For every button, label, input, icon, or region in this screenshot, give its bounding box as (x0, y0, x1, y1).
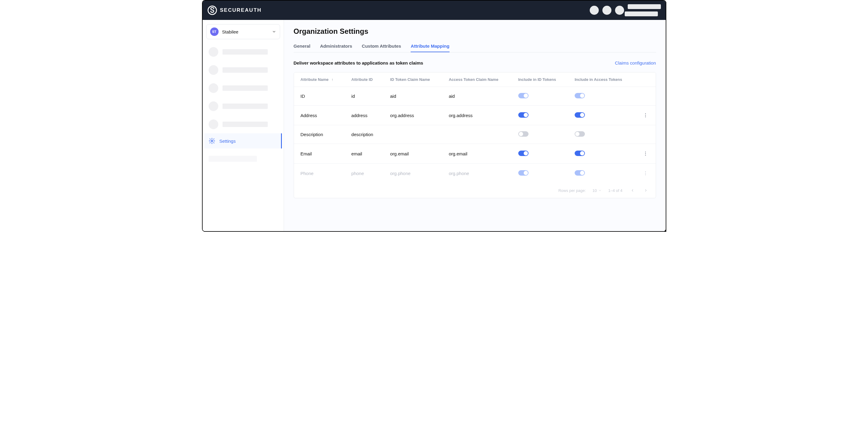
col-access-token-claim[interactable]: Access Token Claim Name (442, 73, 512, 87)
svg-point-3 (645, 115, 646, 116)
col-attribute-id[interactable]: Attribute ID (345, 73, 383, 87)
chevron-down-icon (598, 189, 602, 192)
placeholder-icon (209, 47, 218, 57)
kebab-icon (643, 151, 648, 156)
cell-actions (635, 87, 656, 106)
sidebar-item-placeholder-2[interactable] (205, 61, 282, 79)
cell-id-token-claim: org.phone (383, 164, 442, 183)
cell-actions (635, 106, 656, 125)
cell-include-id (512, 144, 568, 164)
topbar-placeholder-circle-1 (590, 6, 599, 15)
toggle-switch[interactable] (575, 131, 585, 137)
section-title: Deliver workspace attributes to applicat… (293, 60, 423, 65)
row-actions-button[interactable] (642, 170, 649, 177)
sidebar-item-placeholder-5[interactable] (205, 115, 282, 133)
toggle-switch[interactable] (575, 112, 585, 118)
cell-attribute-id: phone (345, 164, 383, 183)
attribute-mapping-table-card: Attribute Name ↑ Attribute ID ID Token C… (293, 72, 656, 198)
prev-page-button[interactable] (629, 187, 636, 194)
tabs: General Administrators Custom Attributes… (293, 40, 656, 53)
table-row[interactable]: Descriptiondescription (294, 125, 656, 144)
table-row[interactable]: Emailemailorg.emailorg.email (294, 144, 656, 164)
svg-point-1 (211, 140, 213, 142)
cell-access-token-claim: org.address (442, 106, 512, 125)
cell-id-token-claim (383, 125, 442, 144)
brand: SECUREAUTH (208, 5, 262, 15)
cell-actions (635, 125, 656, 144)
col-attribute-name[interactable]: Attribute Name ↑ (294, 73, 345, 87)
col-id-token-claim[interactable]: ID Token Claim Name (383, 73, 442, 87)
claims-configuration-link[interactable]: Claims configuration (615, 60, 656, 65)
col-include-id[interactable]: Include in ID Tokens (512, 73, 568, 87)
cell-actions (635, 144, 656, 164)
row-actions-button[interactable] (642, 112, 649, 119)
placeholder-label (222, 104, 268, 109)
rows-per-page-select[interactable]: 10 (592, 188, 601, 193)
table-row[interactable]: IDidaidaid (294, 87, 656, 106)
topbar-placeholder-bars (628, 4, 661, 16)
toggle-switch[interactable] (518, 93, 529, 98)
sidebar-item-placeholder-3[interactable] (205, 79, 282, 97)
placeholder-icon (209, 65, 218, 75)
page-title: Organization Settings (293, 27, 656, 36)
cell-include-id (512, 164, 568, 183)
toggle-switch[interactable] (575, 170, 585, 176)
cell-include-access (568, 164, 635, 183)
cell-access-token-claim (442, 125, 512, 144)
toggle-switch[interactable] (518, 170, 529, 176)
kebab-icon (643, 113, 648, 118)
cell-include-id (512, 106, 568, 125)
tab-custom-attributes[interactable]: Custom Attributes (362, 40, 401, 52)
sidebar-item-placeholder-4[interactable] (205, 97, 282, 115)
svg-point-2 (645, 113, 646, 114)
next-page-button[interactable] (643, 187, 649, 194)
kebab-icon (643, 171, 648, 176)
placeholder-label (222, 67, 268, 73)
svg-point-10 (645, 174, 646, 175)
sidebar-item-placeholder-1[interactable] (205, 43, 282, 61)
cell-attribute-name: Description (294, 125, 345, 144)
brand-name: SECUREAUTH (220, 7, 262, 13)
topbar-placeholder-circle-3 (615, 6, 624, 15)
toggle-switch[interactable] (575, 150, 585, 156)
placeholder-label (222, 49, 268, 55)
row-actions-button[interactable] (642, 150, 649, 157)
toggle-switch[interactable] (575, 93, 585, 98)
cell-access-token-claim: aid (442, 87, 512, 106)
cell-id-token-claim: org.address (383, 106, 442, 125)
svg-point-8 (645, 171, 646, 172)
toggle-switch[interactable] (518, 131, 529, 137)
toggle-switch[interactable] (518, 112, 529, 118)
col-actions (635, 73, 656, 87)
sort-ascending-icon: ↑ (331, 78, 333, 82)
cell-include-access (568, 125, 635, 144)
table-row[interactable]: Phonephoneorg.phoneorg.phone (294, 164, 656, 183)
cell-include-access (568, 87, 635, 106)
sidebar-item-settings[interactable]: Settings (205, 133, 282, 148)
cell-access-token-claim: org.phone (442, 164, 512, 183)
cell-attribute-id: description (345, 125, 383, 144)
tab-general[interactable]: General (293, 40, 311, 52)
cell-attribute-name: ID (294, 87, 345, 106)
col-attribute-name-label: Attribute Name (301, 77, 329, 82)
org-switcher[interactable]: ST Stabilee (206, 24, 280, 39)
cell-id-token-claim: aid (383, 87, 442, 106)
brand-logo-icon (208, 5, 217, 15)
col-include-access[interactable]: Include in Access Tokens (568, 73, 635, 87)
cell-include-id (512, 87, 568, 106)
tab-attribute-mapping[interactable]: Attribute Mapping (411, 40, 449, 52)
placeholder-label (222, 85, 268, 91)
svg-point-4 (645, 116, 646, 117)
main-content: Organization Settings General Administra… (284, 20, 666, 231)
cell-attribute-id: email (345, 144, 383, 164)
placeholder-icon (209, 119, 218, 129)
cell-include-access (568, 106, 635, 125)
table-row[interactable]: Addressaddressorg.addressorg.address (294, 106, 656, 125)
svg-point-9 (645, 173, 646, 173)
org-avatar: ST (210, 27, 219, 36)
cell-access-token-claim: org.email (442, 144, 512, 164)
cell-attribute-name: Phone (294, 164, 345, 183)
svg-point-5 (645, 152, 646, 152)
toggle-switch[interactable] (518, 150, 529, 156)
tab-administrators[interactable]: Administrators (320, 40, 352, 52)
